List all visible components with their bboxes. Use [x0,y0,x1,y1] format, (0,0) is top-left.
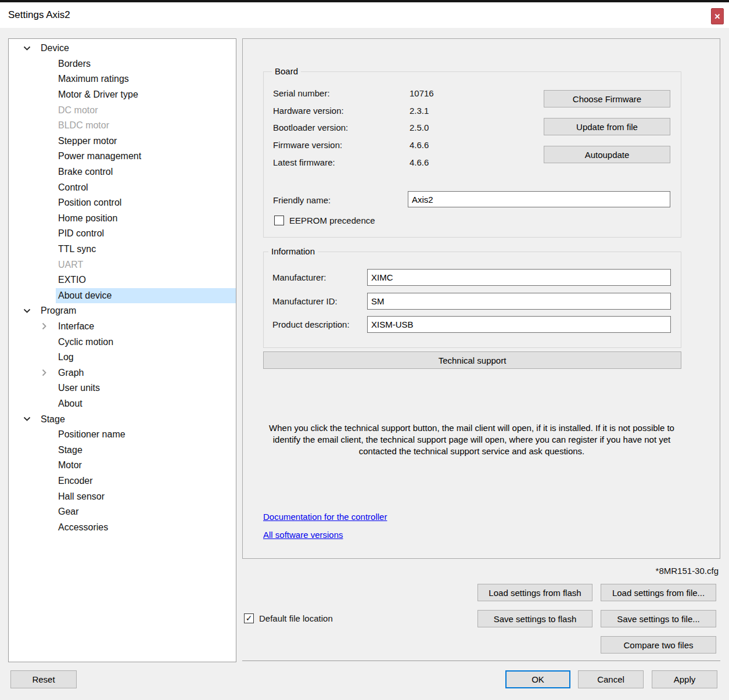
tree-item-stage[interactable]: Stage [9,442,236,458]
manufacturer-input[interactable] [367,269,671,286]
chevron-right-icon[interactable] [42,322,47,330]
chevron-right-icon [42,369,47,376]
chevron-right-icon[interactable] [42,369,47,376]
apply-button[interactable]: Apply [652,670,717,688]
manufacturer-id-input[interactable] [367,293,671,310]
close-icon: ✕ [714,13,721,20]
tree-item-position-control[interactable]: Position control [9,195,236,211]
titlebar: Settings Axis2 ✕ [0,2,729,28]
tree-item-encoder[interactable]: Encoder [9,473,236,489]
eeprom-precedence-row: EEPROM precedence [274,216,375,225]
choose-firmware-button[interactable]: Choose Firmware [544,90,670,107]
tree-item-graph[interactable]: Graph [9,365,236,380]
cancel-button[interactable]: Cancel [578,670,644,688]
information-group-label: Information [268,246,318,256]
manufacturer-id-label: Manufacturer ID: [272,296,337,306]
tree-item-brake-control[interactable]: Brake control [9,164,236,180]
tree-item-about-device[interactable]: About device [9,288,236,304]
documentation-link[interactable]: Documentation for the controller [263,512,387,522]
tree-item-accessories[interactable]: Accessories [9,519,236,535]
info-row-product-description: Product description: [272,316,670,333]
technical-support-button[interactable]: Technical support [263,351,681,369]
tree-item-maximum-ratings[interactable]: Maximum ratings [9,71,236,87]
board-group: Board Serial number:10716Hardware versio… [263,71,681,238]
chevron-down-icon[interactable] [23,308,31,314]
tree-item-borders[interactable]: Borders [9,56,236,72]
default-file-location-checkbox[interactable]: ✓ [244,613,254,623]
info-row-manufacturer: Manufacturer: [272,269,670,286]
tree-item-stage[interactable]: Stage [9,411,236,427]
tree-item-stepper-motor[interactable]: Stepper motor [9,134,236,149]
info-row-manufacturer-id: Manufacturer ID: [272,293,670,310]
chevron-down-icon[interactable] [23,46,31,51]
compare-two-files-button[interactable]: Compare two files [601,636,716,654]
friendly-name-input[interactable] [408,191,670,207]
product-description-label: Product description: [272,320,350,329]
load-settings-from-file-button[interactable]: Load settings from file... [601,584,716,601]
chevron-down-icon [23,417,31,422]
tree-item-home-position[interactable]: Home position [9,211,236,227]
tree-item-pid-control[interactable]: PID control [9,226,236,242]
settings-tree[interactable]: DeviceBordersMaximum ratingsMotor & Driv… [8,38,236,662]
support-description: When you click the technical support but… [260,422,683,457]
config-file-name: *8MR151-30.cfg [656,566,719,576]
board-group-label: Board [272,66,301,76]
eeprom-precedence-checkbox[interactable] [274,216,284,225]
tree-item-interface[interactable]: Interface [9,319,236,335]
eeprom-precedence-label: EEPROM precedence [289,216,375,225]
tree-item-gear[interactable]: Gear [9,504,236,520]
autoupdate-button[interactable]: Autoupdate [544,146,670,163]
tree-item-motor[interactable]: Motor [9,458,236,473]
chevron-down-icon [23,46,31,51]
tree-item-hall-sensor[interactable]: Hall sensor [9,489,236,504]
check-icon: ✓ [246,614,253,622]
tree-item-power-management[interactable]: Power management [9,149,236,164]
tree-item-program[interactable]: Program [9,303,236,319]
reset-button[interactable]: Reset [10,670,77,688]
information-group: Information Manufacturer:Manufacturer ID… [263,252,681,348]
tree-item-control[interactable]: Control [9,180,236,195]
tree-item-log[interactable]: Log [9,350,236,365]
software-versions-link[interactable]: All software versions [263,530,343,540]
about-device-panel: Board Serial number:10716Hardware versio… [242,38,720,559]
update-from-file-button[interactable]: Update from file [544,118,670,135]
tree-item-positioner-name[interactable]: Positioner name [9,427,236,443]
chevron-down-icon [23,308,31,314]
tree-item-user-units[interactable]: User units [9,380,236,396]
chevron-down-icon[interactable] [23,417,31,422]
ok-button[interactable]: OK [505,670,570,688]
close-button[interactable]: ✕ [711,8,724,24]
tree-item-bldc-motor[interactable]: BLDC motor [9,118,236,134]
load-settings-from-flash-button[interactable]: Load settings from flash [477,584,592,601]
default-file-location-row: ✓ Default file location [244,613,333,623]
friendly-name-label: Friendly name: [273,195,331,205]
save-settings-to-flash-button[interactable]: Save settings to flash [477,610,592,627]
footer-divider [242,660,720,661]
tree-item-motor-and-driver-type[interactable]: Motor & Driver type [9,87,236,103]
default-file-location-label: Default file location [259,613,333,623]
tree-item-device[interactable]: Device [9,41,236,56]
manufacturer-label: Manufacturer: [272,272,326,282]
tree-item-ttl-sync[interactable]: TTL sync [9,242,236,257]
tree-item-extio[interactable]: EXTIO [9,272,236,288]
chevron-right-icon [42,322,47,330]
window-title: Settings Axis2 [8,9,70,21]
tree-item-uart[interactable]: UART [9,257,236,272]
tree-item-dc-motor[interactable]: DC motor [9,102,236,118]
product-description-input[interactable] [367,316,671,333]
save-settings-to-file-button[interactable]: Save settings to file... [601,610,716,627]
tree-item-about[interactable]: About [9,396,236,412]
tree-item-cyclic-motion[interactable]: Cyclic motion [9,334,236,350]
